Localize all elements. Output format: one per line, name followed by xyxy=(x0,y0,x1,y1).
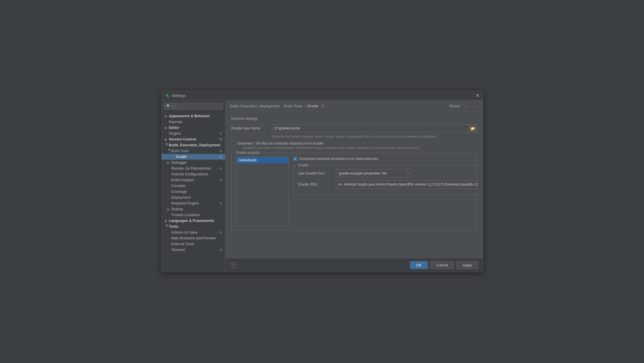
gradle-jdk-select-wrap: 🗁 Android Studio java home Oracle OpenJD… xyxy=(336,180,483,188)
download-annotations-checkbox[interactable] xyxy=(293,157,297,161)
sidebar-item-languages[interactable]: ▶ Languages & Frameworks xyxy=(161,218,225,224)
close-button[interactable]: ✕ xyxy=(476,93,479,98)
footer-left: ? xyxy=(230,262,236,268)
generate-iml-label: Generate *.iml files for modules importe… xyxy=(238,141,324,145)
arrow-icon: ▶ xyxy=(165,219,169,223)
gradle-user-home-browse-button[interactable]: 📁 xyxy=(469,124,477,132)
title-bar: 🦎 Settings ✕ xyxy=(161,91,483,100)
gradle-user-home-row: Gradle user home: 📁 xyxy=(231,124,477,132)
sidebar-item-appearance[interactable]: ▶ Appearance & Behavior xyxy=(161,113,225,119)
sidebar-item-editor[interactable]: ▶ Editor xyxy=(161,125,225,131)
arrow-icon: ▶ xyxy=(165,115,169,118)
breadcrumb: Build, Execution, Deployment › Build Too… xyxy=(230,104,450,108)
sidebar-item-keymap[interactable]: Keymap xyxy=(161,119,225,125)
gradle-jdk-value: Android Studio java home Oracle OpenJDK … xyxy=(344,182,478,186)
use-gradle-select[interactable]: 'gradle-wrapper.properties' fileSpecifie… xyxy=(336,169,412,177)
main-content-area: Build, Execution, Deployment › Build Too… xyxy=(225,100,483,272)
sidebar-item-testing[interactable]: ▶ Testing xyxy=(161,206,225,212)
sidebar-item-required-plugins[interactable]: Required Plugins ⚙ xyxy=(161,200,225,206)
config-menu-icon[interactable]: ☰ xyxy=(321,104,324,108)
gradle-jdk-label: Gradle JDK: xyxy=(298,182,336,186)
sidebar-item-build-execution[interactable]: ▶ Build, Execution, Deployment xyxy=(161,142,225,148)
settings-badge: ⚙ xyxy=(219,166,223,170)
generate-iml-checkbox[interactable] xyxy=(231,141,235,145)
ok-button[interactable]: OK xyxy=(410,261,428,269)
gradle-subsection-title: Gradle xyxy=(296,163,310,167)
settings-content: General settings Gradle user home: 📁 Ove… xyxy=(225,112,483,258)
gradle-projects-section: Gradle projects HelloWorld xyxy=(231,153,477,230)
arrow-icon: ▶ xyxy=(165,126,169,129)
arrow-icon: ▶ xyxy=(167,208,171,211)
use-gradle-label: Use Gradle from: xyxy=(298,171,336,175)
settings-badge: ⚙ xyxy=(219,137,223,141)
breadcrumb-build-tools[interactable]: Build Tools xyxy=(284,104,303,108)
gradle-user-home-hint: Override the default location where Grad… xyxy=(272,135,477,138)
sidebar-item-debugger[interactable]: ▶ Debugger xyxy=(161,160,225,166)
arrow-icon: ▶ xyxy=(167,161,171,164)
settings-badge: ⚙ xyxy=(219,155,223,159)
sidebar-item-terminal[interactable]: Terminal ⚙ xyxy=(161,247,225,253)
download-annotations-label: Download external annotations for depend… xyxy=(300,157,378,161)
settings-badge: ⚙ xyxy=(219,178,223,182)
sidebar-item-external-tools[interactable]: External Tools xyxy=(161,241,225,247)
sidebar-item-tools[interactable]: ▶ Tools xyxy=(161,224,225,229)
generate-iml-hint: Enable if you have a mixed project with … xyxy=(243,146,420,150)
gradle-user-home-label: Gradle user home: xyxy=(231,126,272,130)
help-button[interactable]: ? xyxy=(230,262,236,268)
sidebar-item-trusted-locations[interactable]: Trusted Locations xyxy=(161,212,225,218)
two-column-layout: HelloWorld Download external annotations… xyxy=(236,157,472,227)
header-actions: Reset ← → xyxy=(450,103,478,109)
sidebar-item-remote-jar[interactable]: Remote Jar Repositories ⚙ xyxy=(161,166,225,171)
breadcrumb-sep-1: › xyxy=(281,104,282,108)
sidebar-item-deployment[interactable]: Deployment xyxy=(161,195,225,200)
breadcrumb-sep-2: › xyxy=(304,104,305,108)
arrow-icon: ▶ xyxy=(165,143,168,147)
sidebar-item-build-analyzer[interactable]: Build Analyzer ⚙ xyxy=(161,177,225,183)
folder-icon: 🗁 xyxy=(339,182,342,186)
sidebar-item-build-tools[interactable]: ▶ Build Tools ⚙ xyxy=(161,148,225,154)
sidebar: 🔍 ▶ Appearance & Behavior Keymap ▶ Edito… xyxy=(161,100,225,272)
search-icon: 🔍 xyxy=(166,104,171,108)
gradle-user-home-input[interactable] xyxy=(272,124,469,132)
arrow-icon: ▶ xyxy=(165,225,168,229)
use-gradle-row: Use Gradle from: 'gradle-wrapper.propert… xyxy=(298,169,483,177)
sidebar-item-android-config[interactable]: Android Configurations xyxy=(161,171,225,177)
search-box[interactable]: 🔍 xyxy=(164,103,223,110)
sidebar-item-plugins[interactable]: Plugins ⚙ xyxy=(161,131,225,136)
content-area: 🔍 ▶ Appearance & Behavior Keymap ▶ Edito… xyxy=(161,100,483,272)
gradle-jdk-dropdown[interactable]: 🗁 Android Studio java home Oracle OpenJD… xyxy=(336,180,483,188)
sidebar-item-actions-on-save[interactable]: Actions on Save ⚙ xyxy=(161,229,225,235)
footer-right: OK Cancel Apply xyxy=(410,261,478,269)
sidebar-item-compiler[interactable]: Compiler xyxy=(161,183,225,189)
sidebar-item-web-browsers[interactable]: Web Browsers and Preview xyxy=(161,235,225,241)
sidebar-item-gradle[interactable]: Gradle ⚙ xyxy=(161,154,225,160)
dialog-footer: ? OK Cancel Apply xyxy=(225,258,483,272)
sidebar-item-version-control[interactable]: ▶ Version Control ⚙ xyxy=(161,136,225,142)
cancel-button[interactable]: Cancel xyxy=(430,261,454,269)
sidebar-tree: ▶ Appearance & Behavior Keymap ▶ Editor … xyxy=(161,112,225,272)
settings-window: 🦎 Settings ✕ 🔍 ▶ Appearance & Behavior K… xyxy=(161,91,483,272)
folder-icon: 📁 xyxy=(470,126,475,131)
apply-button[interactable]: Apply xyxy=(456,261,478,269)
settings-badge: ⚙ xyxy=(219,201,223,205)
download-annotations-row: Download external annotations for depend… xyxy=(293,157,483,161)
use-gradle-select-wrap: 'gradle-wrapper.properties' fileSpecifie… xyxy=(336,169,412,177)
window-title: Settings xyxy=(172,93,476,98)
gradle-jdk-row: Gradle JDK: 🗁 Android Studio java home O… xyxy=(298,180,483,188)
sidebar-item-coverage[interactable]: Coverage xyxy=(161,189,225,195)
main-header: Build, Execution, Deployment › Build Too… xyxy=(225,100,483,112)
project-list: HelloWorld xyxy=(236,157,289,227)
settings-badge: ⚙ xyxy=(219,131,223,136)
reset-button[interactable]: Reset xyxy=(450,104,460,108)
breadcrumb-gradle: Gradle xyxy=(307,104,319,108)
gradle-projects-title: Gradle projects xyxy=(234,151,261,155)
search-input[interactable] xyxy=(172,104,220,108)
nav-back-button[interactable]: ← xyxy=(462,103,469,109)
nav-forward-button[interactable]: → xyxy=(471,103,478,109)
settings-badge: ⚙ xyxy=(219,248,223,252)
settings-badge: ⚙ xyxy=(219,230,223,234)
breadcrumb-build-execution[interactable]: Build, Execution, Deployment xyxy=(230,104,280,108)
general-settings-title: General settings xyxy=(231,117,477,121)
list-item[interactable]: HelloWorld xyxy=(236,157,288,163)
arrow-icon: ▶ xyxy=(165,138,169,141)
